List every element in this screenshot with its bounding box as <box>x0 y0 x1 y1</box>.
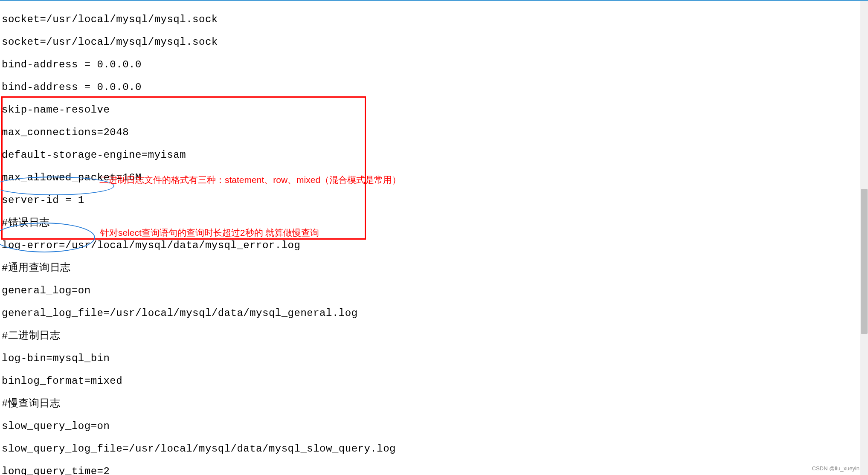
config-line: socket=/usr/local/mysql/mysql.sock <box>2 37 866 48</box>
config-line: #慢查询日志 <box>2 398 866 410</box>
config-line: max_connections=2048 <box>2 127 866 139</box>
scrollbar-thumb[interactable] <box>861 189 868 334</box>
config-line: general_log_file=/usr/local/mysql/data/m… <box>2 308 866 319</box>
text-editor-content[interactable]: socket=/usr/local/mysql/mysql.sock socke… <box>2 3 866 475</box>
config-line: slow_query_log_file=/usr/local/mysql/dat… <box>2 443 866 455</box>
config-line: server-id = 1 <box>2 195 866 206</box>
vertical-scrollbar[interactable] <box>860 1 868 475</box>
annotation-binlog-format: 二进制日志文件的格式有三种：statement、row、mixed（混合模式是常… <box>99 174 401 186</box>
annotation-slow-query: 针对select查询语句的查询时长超过2秒的 就算做慢查询 <box>100 227 319 239</box>
config-line: general_log=on <box>2 285 866 297</box>
config-line: log-error=/usr/local/mysql/data/mysql_er… <box>2 240 866 252</box>
config-line: slow_query_log=on <box>2 421 866 432</box>
config-line: long_query_time=2 <box>2 466 866 475</box>
config-line: bind-address = 0.0.0.0 <box>2 82 866 93</box>
csdn-watermark: CSDN @liu_xueyin <box>812 465 859 472</box>
config-line: default-storage-engine=myisam <box>2 150 866 161</box>
config-line: #通用查询日志 <box>2 263 866 274</box>
config-line: binlog_format=mixed <box>2 376 866 387</box>
config-line: skip-name-resolve <box>2 104 866 116</box>
config-line: #二进制日志 <box>2 330 866 342</box>
config-line: log-bin=mysql_bin <box>2 353 866 365</box>
config-line: socket=/usr/local/mysql/mysql.sock <box>2 14 866 26</box>
window-top-border <box>0 0 868 1</box>
config-line: bind-address = 0.0.0.0 <box>2 59 866 71</box>
